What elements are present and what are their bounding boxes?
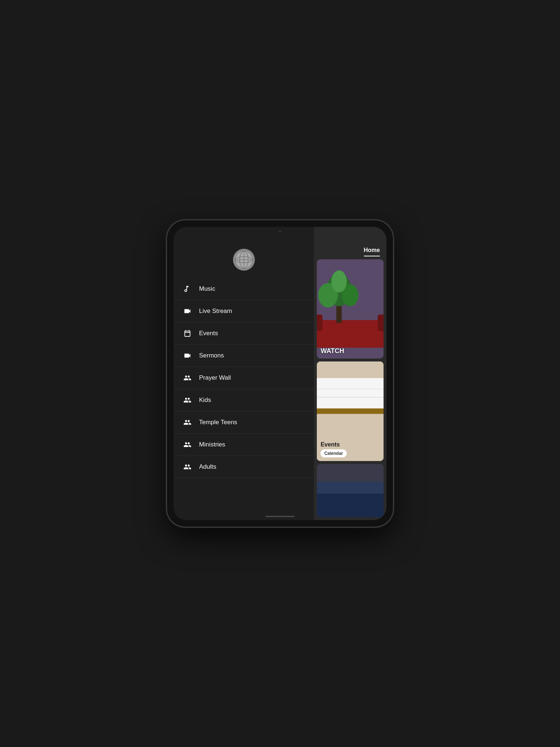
globe-icon	[235, 251, 253, 269]
home-bar	[265, 516, 295, 517]
sidebar-item-ministries[interactable]: Ministries	[174, 434, 314, 456]
kids-label: Kids	[199, 396, 211, 404]
sermons-label: Sermons	[199, 352, 224, 359]
svg-rect-7	[317, 314, 323, 331]
sidebar-item-adults[interactable]: Adults	[174, 456, 314, 478]
home-tab[interactable]: Home	[364, 247, 380, 256]
sidebar-item-temple-teens[interactable]: Temple Teens	[174, 411, 314, 434]
adults-label: Adults	[199, 463, 216, 471]
music-note-icon	[182, 284, 192, 294]
sidebar-item-live-stream[interactable]: Live Stream	[174, 300, 314, 322]
sidebar-header	[174, 245, 314, 278]
content-cards: WATCH	[314, 256, 386, 520]
svg-point-13	[331, 270, 347, 293]
sidebar: Music Live Stream	[174, 227, 314, 520]
video-camera-icon-sermons	[182, 351, 192, 361]
sidebar-item-prayer-wall[interactable]: Prayer Wall	[174, 367, 314, 389]
calendar-icon	[182, 328, 192, 338]
events-card[interactable]: Events Calendar	[317, 361, 384, 461]
sidebar-item-kids[interactable]: Kids	[174, 389, 314, 411]
svg-rect-6	[317, 320, 384, 348]
watch-card-bg	[317, 259, 384, 359]
people-icon-ministries	[182, 440, 192, 450]
content-panel: Home	[314, 227, 386, 520]
people-icon-teens	[182, 417, 192, 427]
sidebar-item-sermons[interactable]: Sermons	[174, 345, 314, 367]
tablet-screen: Music Live Stream	[174, 227, 386, 520]
content-header: Home	[314, 227, 386, 256]
watch-card-label: WATCH	[320, 347, 344, 355]
video-camera-icon-livestream	[182, 306, 192, 316]
people-icon-kids	[182, 395, 192, 405]
third-card-image	[317, 464, 384, 517]
people-icon-adults	[182, 462, 192, 472]
watch-card[interactable]: WATCH	[317, 259, 384, 359]
prayer-wall-label: Prayer Wall	[199, 374, 231, 382]
music-label: Music	[199, 285, 215, 293]
people-icon-prayer	[182, 373, 192, 383]
svg-rect-8	[378, 314, 384, 331]
calendar-button[interactable]: Calendar	[320, 449, 346, 457]
live-stream-label: Live Stream	[199, 307, 232, 315]
camera-dot	[279, 231, 281, 233]
tablet-device: Music Live Stream	[167, 220, 393, 527]
svg-rect-9	[337, 303, 342, 323]
ministries-label: Ministries	[199, 441, 225, 448]
sidebar-item-events[interactable]: Events	[174, 322, 314, 345]
events-label: Events	[199, 330, 218, 337]
events-card-label: Events	[320, 441, 339, 448]
app-logo	[233, 249, 255, 271]
temple-teens-label: Temple Teens	[199, 419, 237, 426]
svg-rect-21	[317, 494, 384, 517]
svg-rect-16	[317, 378, 384, 409]
watch-card-image	[317, 259, 384, 359]
sidebar-item-music[interactable]: Music	[174, 278, 314, 300]
nav-list: Music Live Stream	[174, 278, 314, 520]
third-card[interactable]	[317, 464, 384, 517]
third-card-bg	[317, 464, 384, 517]
